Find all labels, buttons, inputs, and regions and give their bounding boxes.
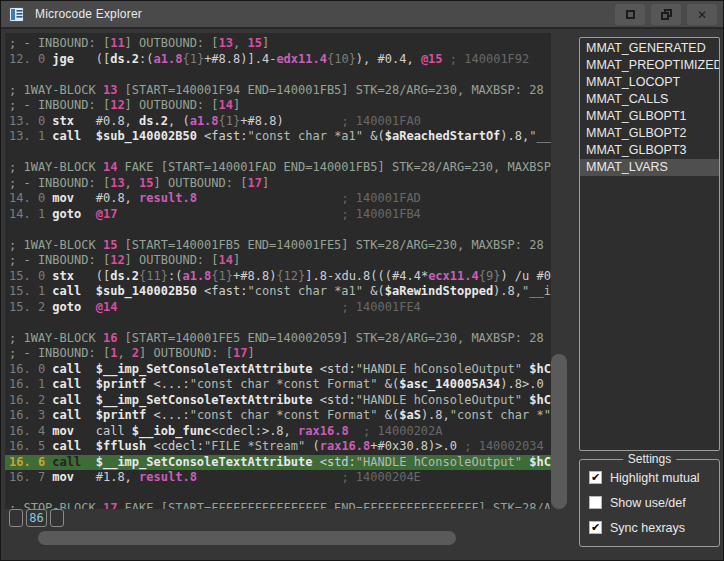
code-line[interactable]: 12. 0 jge ([ds.2:(a1.8{1}+#8.8)].4-edx11… <box>9 52 551 68</box>
checkbox-label: Sync hexrays <box>610 521 685 535</box>
maturity-item-mmat_locopt[interactable]: MMAT_LOCOPT <box>580 74 719 91</box>
settings-checkboxes: ✔Highlight mutualShow use/def✔Sync hexra… <box>580 470 719 535</box>
code-line-highlighted[interactable]: 16. 6 call $__imp_SetConsoleTextAttribut… <box>5 455 551 471</box>
close-button[interactable]: ✕ <box>687 4 717 25</box>
checkbox-row-show-use-def[interactable]: Show use/def <box>589 495 719 510</box>
checkbox-checked-icon[interactable]: ✔ <box>589 521 602 534</box>
window-title: Microcode Explorer <box>35 7 142 21</box>
vertical-scrollbar-thumb[interactable] <box>551 354 567 509</box>
maximize-button[interactable] <box>615 4 645 25</box>
settings-group: Settings ✔Highlight mutualShow use/def✔S… <box>579 459 720 547</box>
code-line[interactable]: ; - INBOUND: [11] OUTBOUND: [13, 15] <box>9 36 551 52</box>
maturity-item-mmat_glbopt1[interactable]: MMAT_GLBOPT1 <box>580 108 719 125</box>
code-line[interactable]: ; - INBOUND: [13, 15] OUTBOUND: [17] <box>9 176 551 192</box>
settings-title: Settings <box>623 452 676 466</box>
counter-box[interactable]: 86 <box>26 509 47 527</box>
code-line[interactable]: ; 1WAY-BLOCK 15 [START=140001FB5 END=140… <box>9 238 551 254</box>
maturity-list[interactable]: MMAT_GENERATEDMMAT_PREOPTIMIZEDMMAT_LOCO… <box>579 37 720 451</box>
code-line[interactable]: 15. 1 call $sub_140002B50 <fast:"const c… <box>9 284 551 300</box>
code-line[interactable]: ; 1WAY-BLOCK 14 FAKE [START=140001FAD EN… <box>9 160 551 176</box>
code-line[interactable]: 16. 4 mov call $__iob_func<cdecl:>.8, ra… <box>9 424 551 440</box>
maturity-item-mmat_preoptimized[interactable]: MMAT_PREOPTIMIZED <box>580 57 719 74</box>
code-line[interactable]: 16. 5 call $fflush <cdecl:"FILE *Stream"… <box>9 439 551 455</box>
maturity-item-mmat_calls[interactable]: MMAT_CALLS <box>580 91 719 108</box>
code-line[interactable]: 16. 0 call $__imp_SetConsoleTextAttribut… <box>9 362 551 378</box>
maximize-icon <box>626 10 635 19</box>
code-line[interactable]: 14. 0 mov #0.8, result.8 ; 140001FAD <box>9 191 551 207</box>
code-line[interactable]: ; - INBOUND: [12] OUTBOUND: [14] <box>9 253 551 269</box>
checkbox-checked-icon[interactable]: ✔ <box>589 471 602 484</box>
checkbox-row-highlight-mutual[interactable]: ✔Highlight mutual <box>589 470 719 485</box>
restore-icon <box>661 9 672 20</box>
checkbox-label: Highlight mutual <box>610 471 700 485</box>
code-line[interactable]: ; - INBOUND: [1, 2] OUTBOUND: [17] <box>9 346 551 362</box>
checkbox-label: Show use/def <box>610 496 686 510</box>
code-line[interactable]: 16. 3 call $printf <...:"const char *con… <box>9 408 551 424</box>
code-line[interactable] <box>9 315 551 331</box>
checkbox-row-sync-hexrays[interactable]: ✔Sync hexrays <box>589 520 719 535</box>
code-line[interactable] <box>9 486 551 502</box>
nav-box-right[interactable] <box>50 509 64 527</box>
code-line[interactable]: ; - INBOUND: [12] OUTBOUND: [14] <box>9 98 551 114</box>
maturity-item-mmat_generated[interactable]: MMAT_GENERATED <box>580 40 719 57</box>
code-line[interactable]: 14. 1 goto @17 ; 140001FB4 <box>9 207 551 223</box>
code-line[interactable]: 15. 2 goto @14 ; 140001FE4 <box>9 300 551 316</box>
nav-box-left[interactable] <box>9 509 23 527</box>
code-line[interactable]: ; 1WAY-BLOCK 13 [START=140001F94 END=140… <box>9 83 551 99</box>
code-line[interactable]: 16. 7 mov #1.8, result.8 ; 14000204E <box>9 470 551 486</box>
maturity-item-mmat_lvars[interactable]: MMAT_LVARS <box>580 159 719 176</box>
checkbox-unchecked-icon[interactable] <box>589 496 602 509</box>
horizontal-scrollbar-thumb[interactable] <box>38 531 456 545</box>
window: Microcode Explorer ✕ ; - INBOUND: [11] O… <box>0 0 724 561</box>
close-icon: ✕ <box>697 9 707 21</box>
maturity-item-mmat_glbopt3[interactable]: MMAT_GLBOPT3 <box>580 142 719 159</box>
code-line[interactable] <box>9 145 551 161</box>
restore-button[interactable] <box>651 4 681 25</box>
code-line[interactable]: 16. 1 call $printf <...:"const char *con… <box>9 377 551 393</box>
code-line[interactable] <box>9 67 551 83</box>
code-view[interactable]: ; - INBOUND: [11] OUTBOUND: [13, 15]12. … <box>5 33 551 509</box>
titlebar: Microcode Explorer ✕ <box>1 1 723 29</box>
code-line[interactable]: ; 1WAY-BLOCK 16 [START=140001FE5 END=140… <box>9 331 551 347</box>
bottom-bar: 86 <box>9 509 64 527</box>
code-line[interactable]: 15. 0 stx ([ds.2{11}:(a1.8{1}+#8.8){12}]… <box>9 269 551 285</box>
code-line[interactable]: 13. 0 stx #0.8, ds.2, (a1.8{1}+#8.8) ; 1… <box>9 114 551 130</box>
code-line[interactable]: 16. 2 call $__imp_SetConsoleTextAttribut… <box>9 393 551 409</box>
app-icon <box>9 6 26 23</box>
code-line[interactable]: ; STOP-BLOCK 17 FAKE [START=FFFFFFFFFFFF… <box>9 501 551 509</box>
code-line[interactable] <box>9 222 551 238</box>
code-line[interactable]: 13. 1 call $sub_140002B50 <fast:"const c… <box>9 129 551 145</box>
maturity-item-mmat_glbopt2[interactable]: MMAT_GLBOPT2 <box>580 125 719 142</box>
